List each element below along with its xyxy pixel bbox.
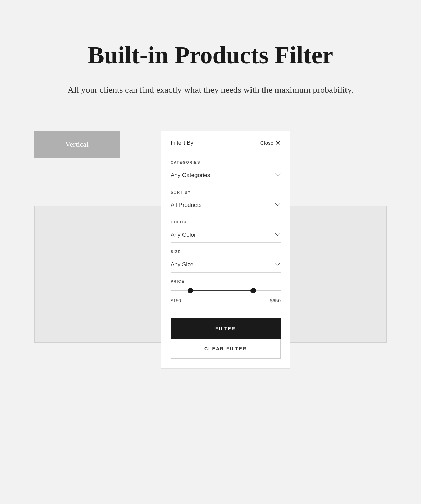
color-label: COLOR <box>171 220 281 224</box>
price-max-label: $650 <box>270 298 281 303</box>
price-track <box>171 290 281 291</box>
page-wrapper: Built-in Products Filter All your client… <box>0 0 421 504</box>
close-label: Close <box>260 140 273 146</box>
filter-header: Filtert By Close ✕ <box>161 131 290 154</box>
vertical-button[interactable]: Vertical <box>34 131 120 158</box>
size-section: SIZE Any Size <box>171 250 281 273</box>
color-value: Any Color <box>171 231 196 238</box>
sort-by-value: All Products <box>171 202 202 209</box>
price-handle-min[interactable] <box>188 288 193 293</box>
filter-panel: Filtert By Close ✕ CATEGORIES Any Catego… <box>161 131 290 369</box>
size-dropdown[interactable]: Any Size <box>171 257 281 273</box>
sort-by-section: SORT BY All Products <box>171 190 281 213</box>
close-icon: ✕ <box>275 139 281 147</box>
price-slider-container: $150 $650 <box>171 290 281 303</box>
page-subtitle: All your clients can find exactly what t… <box>51 83 370 96</box>
sort-by-dropdown[interactable]: All Products <box>171 198 281 213</box>
color-dropdown[interactable]: Any Color <box>171 227 281 243</box>
filter-button[interactable]: FILTER <box>171 318 281 339</box>
categories-chevron-icon <box>276 173 281 178</box>
price-labels: $150 $650 <box>171 298 281 303</box>
price-track-active <box>190 290 253 291</box>
categories-section: CATEGORIES Any Categories <box>171 160 281 183</box>
categories-label: CATEGORIES <box>171 160 281 164</box>
color-chevron-icon <box>276 233 281 237</box>
content-area: Vertical Filtert By Close ✕ CATEGORIES A… <box>34 131 387 158</box>
filter-actions: FILTER CLEAR FILTER <box>161 311 290 368</box>
header-section: Built-in Products Filter All your client… <box>0 0 421 117</box>
price-min-label: $150 <box>171 298 181 303</box>
sort-by-label: SORT BY <box>171 190 281 194</box>
filter-body: CATEGORIES Any Categories SORT BY All Pr… <box>161 160 290 303</box>
size-label: SIZE <box>171 250 281 254</box>
price-handle-max[interactable] <box>250 288 256 293</box>
color-section: COLOR Any Color <box>171 220 281 243</box>
price-section: PRICE $150 $650 <box>171 279 281 303</box>
sort-by-chevron-icon <box>276 203 281 208</box>
page-title: Built-in Products Filter <box>51 41 370 69</box>
categories-dropdown[interactable]: Any Categories <box>171 168 281 183</box>
filter-panel-title: Filtert By <box>171 140 193 146</box>
clear-filter-button[interactable]: CLEAR FILTER <box>171 339 281 359</box>
categories-value: Any Categories <box>171 172 210 179</box>
size-chevron-icon <box>276 262 281 267</box>
price-label: PRICE <box>171 279 281 283</box>
close-button[interactable]: Close ✕ <box>260 139 281 147</box>
size-value: Any Size <box>171 261 193 268</box>
